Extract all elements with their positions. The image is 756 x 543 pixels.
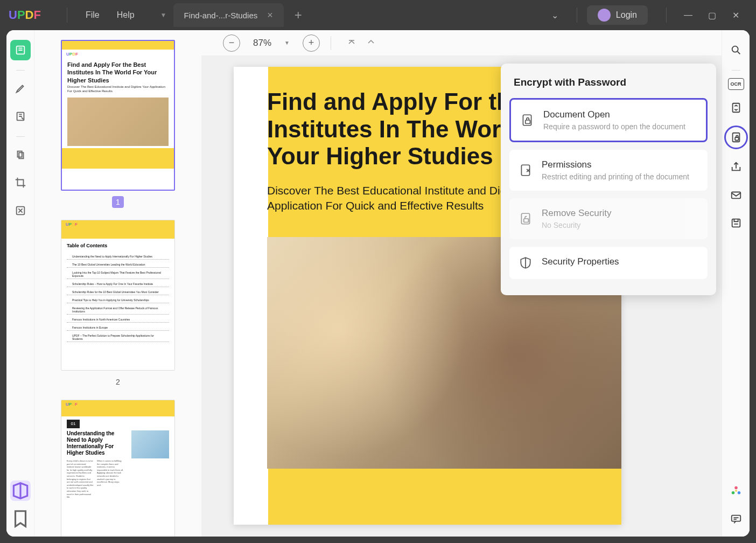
pages-panel-button[interactable] <box>10 481 31 501</box>
permissions-option[interactable]: Permissions Restrict editing and printin… <box>509 150 708 191</box>
separator <box>16 70 25 71</box>
convert-button[interactable] <box>726 98 746 118</box>
svg-point-5 <box>732 46 738 52</box>
svg-rect-10 <box>732 219 740 227</box>
chevron-down-icon[interactable]: ⌄ <box>543 10 567 20</box>
search-button[interactable] <box>726 40 746 60</box>
login-button[interactable]: Login <box>587 5 648 25</box>
prev-page-button[interactable] <box>361 38 381 48</box>
separator <box>577 8 577 23</box>
comment-button[interactable] <box>726 509 746 529</box>
menu-help[interactable]: Help <box>108 10 143 20</box>
svg-point-14 <box>735 490 737 492</box>
option-title: Security Properties <box>542 256 699 267</box>
chapter-title: Understanding the Need to Apply Internat… <box>61 430 129 456</box>
zoom-in-button[interactable]: + <box>303 34 320 52</box>
maximize-button[interactable]: ▢ <box>700 10 724 20</box>
protect-button[interactable] <box>724 126 748 149</box>
reader-tool[interactable] <box>10 40 31 60</box>
lock-document-icon <box>520 113 535 128</box>
security-properties-option[interactable]: Security Properties <box>509 247 708 279</box>
thumb-number: 1 <box>112 196 124 208</box>
thumb-image <box>131 430 169 458</box>
option-subtitle: No Security <box>542 221 699 229</box>
tab-dropdown[interactable]: ▼ <box>154 11 173 19</box>
email-button[interactable] <box>726 185 746 205</box>
svg-rect-8 <box>735 137 738 141</box>
highlighter-tool[interactable] <box>10 78 31 99</box>
svg-rect-9 <box>731 192 740 199</box>
separator <box>67 8 67 23</box>
organize-tool[interactable] <box>10 144 31 165</box>
login-label: Login <box>616 10 637 20</box>
ai-button[interactable] <box>726 481 746 501</box>
thumb-image <box>67 98 169 146</box>
right-toolbar: OCR <box>722 30 750 537</box>
window-controls: ⌄ Login — ▢ ✕ <box>543 5 747 25</box>
option-subtitle: Require a password to open the document <box>543 122 697 131</box>
zoom-value[interactable]: 87% <box>253 38 271 48</box>
option-title: Permissions <box>542 159 699 170</box>
popup-title: Encrypt with Password <box>509 72 708 98</box>
avatar-icon <box>598 9 611 22</box>
logo-mini: UPDF <box>62 50 174 59</box>
option-subtitle: Restrict editing and printing of the doc… <box>542 172 699 181</box>
tab-title: Find-and-...r-Studies <box>184 11 258 20</box>
crop-tool[interactable] <box>10 172 31 193</box>
separator <box>666 8 667 23</box>
document-open-option[interactable]: Document Open Require a password to open… <box>509 98 708 142</box>
svg-rect-2 <box>17 151 22 157</box>
workspace: UPDF Find and Apply For the Best Institu… <box>6 30 750 537</box>
bookmark-button[interactable] <box>10 509 31 529</box>
thumb-number: 2 <box>112 376 124 388</box>
thumbnail-panel[interactable]: UPDF Find and Apply For the Best Institu… <box>34 30 201 537</box>
minimize-button[interactable]: — <box>676 10 700 20</box>
thumb-subtitle: Discover The Best Educational Institute … <box>62 85 174 96</box>
svg-rect-6 <box>732 103 739 113</box>
save-button[interactable] <box>726 213 746 233</box>
svg-rect-17 <box>526 120 530 124</box>
first-page-button[interactable] <box>342 38 361 48</box>
tab-area: ▼ Find-and-...r-Studies × + <box>154 3 543 27</box>
option-title: Document Open <box>543 109 697 120</box>
app-logo: UPDF <box>9 8 41 22</box>
ocr-button[interactable]: OCR <box>728 78 744 90</box>
document-tab[interactable]: Find-and-...r-Studies × <box>173 3 284 27</box>
svg-rect-3 <box>19 152 23 158</box>
titlebar: UPDF File Help ▼ Find-and-...r-Studies ×… <box>0 0 756 30</box>
thumbnail-page-2[interactable]: UPDF Table of Contents Understanding the… <box>47 220 188 388</box>
shield-icon <box>518 255 533 270</box>
encrypt-popup: Encrypt with Password Document Open Requ… <box>501 64 716 295</box>
menu-file[interactable]: File <box>77 10 108 20</box>
close-icon[interactable]: × <box>267 10 273 21</box>
svg-rect-20 <box>524 219 529 222</box>
chapter-badge: 01 <box>67 420 80 428</box>
toc-title: Table of Contents <box>61 239 174 252</box>
separator <box>16 136 25 137</box>
zoom-toolbar: − 87% ▼ + <box>201 30 722 56</box>
svg-point-13 <box>737 491 740 495</box>
close-button[interactable]: ✕ <box>724 10 747 20</box>
separator <box>732 70 740 71</box>
left-toolbar <box>6 30 34 537</box>
thumb-title: Find and Apply For the Best Institutes I… <box>62 59 174 85</box>
share-button[interactable] <box>726 157 746 177</box>
separator <box>331 36 331 50</box>
zoom-out-button[interactable]: − <box>223 34 240 52</box>
thumbnail-page-1[interactable]: UPDF Find and Apply For the Best Institu… <box>47 40 188 208</box>
unlock-icon <box>518 211 533 226</box>
thumbnail-page-3[interactable]: UPDF 01 Understanding the Need to Apply … <box>47 400 188 537</box>
redact-tool[interactable] <box>10 200 31 221</box>
svg-point-12 <box>731 491 734 495</box>
permissions-icon <box>518 163 533 178</box>
add-tab-button[interactable]: + <box>287 8 310 23</box>
svg-point-11 <box>734 486 738 490</box>
zoom-dropdown[interactable]: ▼ <box>284 40 290 46</box>
edit-tool[interactable] <box>10 106 31 127</box>
remove-security-option: Remove Security No Security <box>509 198 708 239</box>
option-title: Remove Security <box>542 208 699 219</box>
